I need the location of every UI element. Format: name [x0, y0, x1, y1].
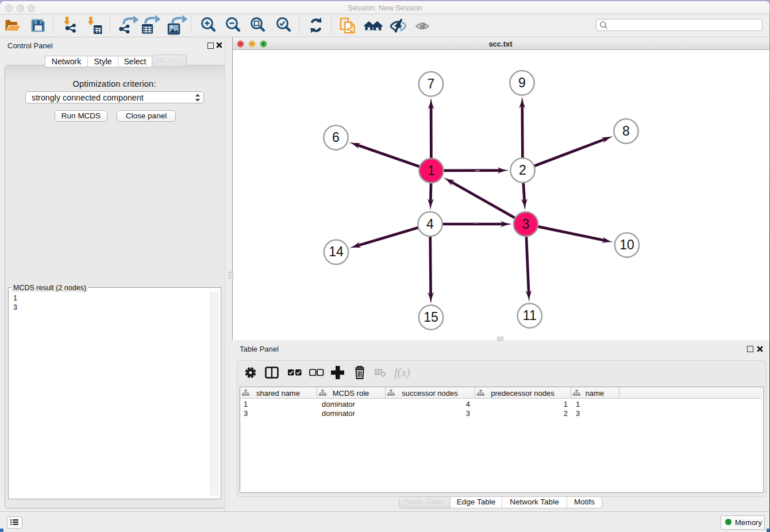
svg-text:6: 6 — [332, 130, 340, 145]
svg-text:1: 1 — [428, 163, 435, 178]
svg-text:7: 7 — [428, 76, 435, 91]
svg-text:9: 9 — [518, 75, 526, 90]
svg-text:4: 4 — [426, 217, 434, 232]
svg-text:2: 2 — [519, 163, 526, 178]
svg-text:8: 8 — [622, 124, 630, 138]
svg-text:15: 15 — [424, 310, 438, 325]
svg-text:3: 3 — [522, 217, 530, 232]
svg-text:14: 14 — [329, 244, 344, 259]
svg-text:10: 10 — [619, 237, 634, 252]
svg-text:11: 11 — [523, 308, 537, 323]
svg-text:f(x): f(x) — [394, 366, 410, 379]
